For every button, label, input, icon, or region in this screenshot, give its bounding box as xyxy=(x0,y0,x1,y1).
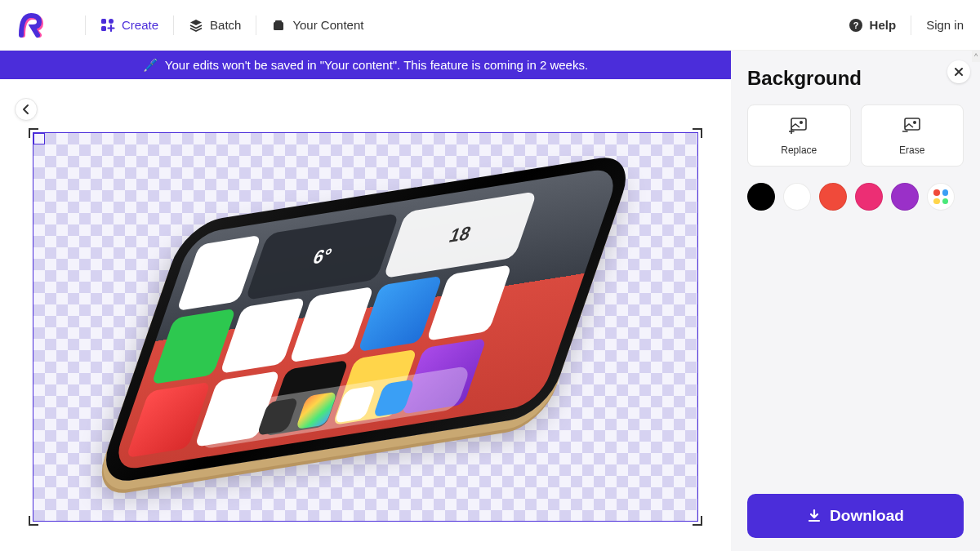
phone-subject: 6° 18 xyxy=(80,148,652,491)
app-icon xyxy=(151,308,236,384)
close-icon xyxy=(954,67,964,77)
download-icon xyxy=(807,509,822,523)
svg-rect-4 xyxy=(275,20,282,23)
app-icon xyxy=(357,275,442,351)
color-white[interactable] xyxy=(783,183,811,211)
color-red[interactable] xyxy=(819,183,847,211)
replace-background-card[interactable]: Replace xyxy=(747,104,851,167)
crop-handle-tr[interactable] xyxy=(693,128,702,138)
erase-background-card[interactable]: Erase xyxy=(861,104,964,167)
color-black[interactable] xyxy=(747,183,775,211)
app-icon xyxy=(220,297,305,373)
main-area: 🖊️ Your edits won't be saved in "Your co… xyxy=(0,51,980,551)
nav-your-content[interactable]: Your Content xyxy=(271,18,363,33)
help-label: Help xyxy=(870,18,897,32)
color-purple[interactable] xyxy=(891,183,919,211)
chevron-left-icon xyxy=(20,104,32,115)
svg-point-10 xyxy=(913,121,916,124)
svg-rect-9 xyxy=(905,118,920,130)
background-panel: Background Replace Erase xyxy=(731,51,980,551)
crop-handle-bl[interactable] xyxy=(29,516,38,526)
svg-rect-7 xyxy=(791,118,806,130)
info-banner: 🖊️ Your edits won't be saved in "Your co… xyxy=(0,51,731,79)
replace-label: Replace xyxy=(781,144,817,156)
your-content-icon xyxy=(271,18,286,33)
svg-text:?: ? xyxy=(853,20,858,30)
app-icon xyxy=(288,286,373,362)
calendar-widget: 18 xyxy=(382,191,537,278)
back-button[interactable] xyxy=(15,98,38,121)
close-panel-button[interactable] xyxy=(947,60,970,83)
wand-icon: 🖊️ xyxy=(143,58,158,73)
color-pink[interactable] xyxy=(855,183,883,211)
nav-your-content-label: Your Content xyxy=(292,18,363,32)
svg-rect-2 xyxy=(101,26,106,31)
divider xyxy=(173,16,174,35)
help-icon: ? xyxy=(849,18,863,33)
editor-area: 🖊️ Your edits won't be saved in "Your co… xyxy=(0,51,731,551)
crop-handle-br[interactable] xyxy=(693,516,702,526)
signin-link[interactable]: Sign in xyxy=(926,18,964,32)
nav-create-label: Create xyxy=(122,18,158,32)
nav-batch-label: Batch xyxy=(210,18,241,32)
color-swatches xyxy=(747,183,964,211)
divider xyxy=(256,16,256,35)
app-icon xyxy=(126,381,211,457)
subject-layer: 6° 18 xyxy=(33,133,697,521)
scroll-indicator[interactable]: ^ xyxy=(972,51,980,62)
svg-rect-3 xyxy=(274,22,283,30)
app-header: Create Batch Your Content ? Help Sign in xyxy=(0,0,980,51)
banner-text: Your edits won't be saved in "Your conte… xyxy=(165,58,588,72)
download-button[interactable]: Download xyxy=(747,494,964,538)
crop-handle-tl[interactable] xyxy=(29,128,38,138)
help-link[interactable]: ? Help xyxy=(849,18,897,33)
divider xyxy=(85,16,86,35)
app-icon xyxy=(176,234,261,310)
divider xyxy=(911,16,911,35)
canvas[interactable]: 6° 18 xyxy=(33,132,698,522)
svg-rect-0 xyxy=(101,19,106,24)
color-picker-more[interactable] xyxy=(927,183,955,211)
nav-batch[interactable]: Batch xyxy=(189,18,241,33)
batch-icon xyxy=(189,18,203,33)
erase-icon xyxy=(902,115,922,135)
signin-label: Sign in xyxy=(926,18,964,32)
download-label: Download xyxy=(830,507,904,525)
create-icon xyxy=(100,18,115,33)
nav-create[interactable]: Create xyxy=(100,18,158,33)
weather-widget: 6° xyxy=(245,212,399,300)
panel-title: Background xyxy=(747,67,964,90)
replace-icon xyxy=(789,115,808,135)
svg-rect-1 xyxy=(109,19,114,24)
canvas-wrapper: 6° 18 xyxy=(33,132,698,522)
erase-label: Erase xyxy=(899,144,924,156)
svg-point-8 xyxy=(800,121,803,124)
brand-logo[interactable] xyxy=(16,11,46,40)
